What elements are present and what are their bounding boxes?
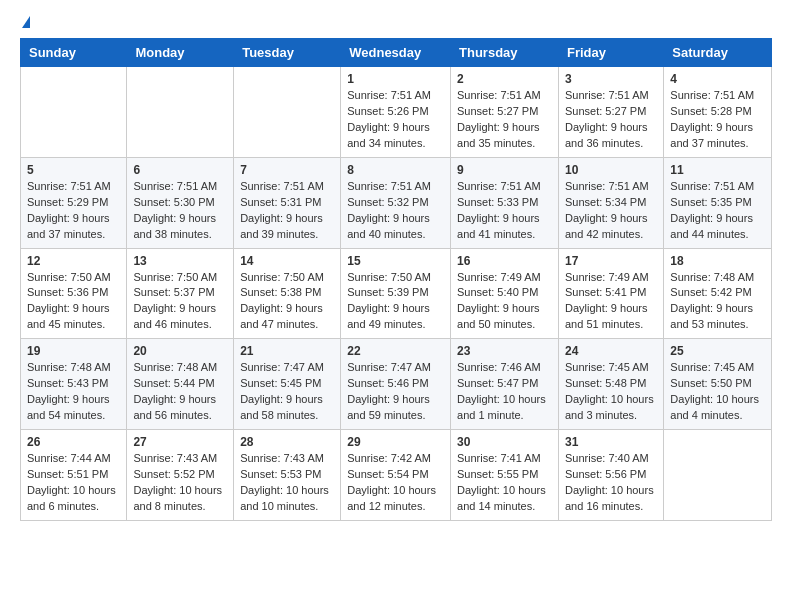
day-info: Sunrise: 7:51 AM Sunset: 5:30 PM Dayligh… xyxy=(133,179,227,243)
day-info: Sunrise: 7:48 AM Sunset: 5:42 PM Dayligh… xyxy=(670,270,765,334)
calendar-day-header: Sunday xyxy=(21,39,127,67)
calendar-cell: 6Sunrise: 7:51 AM Sunset: 5:30 PM Daylig… xyxy=(127,157,234,248)
calendar-day-header: Tuesday xyxy=(234,39,341,67)
day-info: Sunrise: 7:50 AM Sunset: 5:38 PM Dayligh… xyxy=(240,270,334,334)
calendar-cell: 23Sunrise: 7:46 AM Sunset: 5:47 PM Dayli… xyxy=(451,339,559,430)
calendar-cell: 3Sunrise: 7:51 AM Sunset: 5:27 PM Daylig… xyxy=(558,67,663,158)
day-info: Sunrise: 7:50 AM Sunset: 5:39 PM Dayligh… xyxy=(347,270,444,334)
day-number: 8 xyxy=(347,163,444,177)
day-info: Sunrise: 7:51 AM Sunset: 5:32 PM Dayligh… xyxy=(347,179,444,243)
day-info: Sunrise: 7:51 AM Sunset: 5:35 PM Dayligh… xyxy=(670,179,765,243)
calendar-cell: 27Sunrise: 7:43 AM Sunset: 5:52 PM Dayli… xyxy=(127,430,234,521)
day-number: 24 xyxy=(565,344,657,358)
day-info: Sunrise: 7:48 AM Sunset: 5:44 PM Dayligh… xyxy=(133,360,227,424)
calendar-cell: 17Sunrise: 7:49 AM Sunset: 5:41 PM Dayli… xyxy=(558,248,663,339)
calendar-week-row: 26Sunrise: 7:44 AM Sunset: 5:51 PM Dayli… xyxy=(21,430,772,521)
day-info: Sunrise: 7:51 AM Sunset: 5:26 PM Dayligh… xyxy=(347,88,444,152)
day-info: Sunrise: 7:51 AM Sunset: 5:28 PM Dayligh… xyxy=(670,88,765,152)
day-number: 5 xyxy=(27,163,120,177)
day-number: 18 xyxy=(670,254,765,268)
calendar-header-row: SundayMondayTuesdayWednesdayThursdayFrid… xyxy=(21,39,772,67)
calendar-cell: 30Sunrise: 7:41 AM Sunset: 5:55 PM Dayli… xyxy=(451,430,559,521)
calendar-cell: 15Sunrise: 7:50 AM Sunset: 5:39 PM Dayli… xyxy=(341,248,451,339)
day-number: 12 xyxy=(27,254,120,268)
calendar-cell: 8Sunrise: 7:51 AM Sunset: 5:32 PM Daylig… xyxy=(341,157,451,248)
day-info: Sunrise: 7:41 AM Sunset: 5:55 PM Dayligh… xyxy=(457,451,552,515)
calendar-day-header: Wednesday xyxy=(341,39,451,67)
calendar-cell: 4Sunrise: 7:51 AM Sunset: 5:28 PM Daylig… xyxy=(664,67,772,158)
day-info: Sunrise: 7:42 AM Sunset: 5:54 PM Dayligh… xyxy=(347,451,444,515)
calendar-cell: 10Sunrise: 7:51 AM Sunset: 5:34 PM Dayli… xyxy=(558,157,663,248)
day-number: 19 xyxy=(27,344,120,358)
day-info: Sunrise: 7:47 AM Sunset: 5:46 PM Dayligh… xyxy=(347,360,444,424)
calendar-day-header: Friday xyxy=(558,39,663,67)
calendar-table: SundayMondayTuesdayWednesdayThursdayFrid… xyxy=(20,38,772,521)
day-number: 17 xyxy=(565,254,657,268)
calendar-cell: 29Sunrise: 7:42 AM Sunset: 5:54 PM Dayli… xyxy=(341,430,451,521)
calendar-cell: 14Sunrise: 7:50 AM Sunset: 5:38 PM Dayli… xyxy=(234,248,341,339)
day-info: Sunrise: 7:51 AM Sunset: 5:34 PM Dayligh… xyxy=(565,179,657,243)
day-info: Sunrise: 7:43 AM Sunset: 5:52 PM Dayligh… xyxy=(133,451,227,515)
day-number: 28 xyxy=(240,435,334,449)
day-info: Sunrise: 7:50 AM Sunset: 5:36 PM Dayligh… xyxy=(27,270,120,334)
day-number: 15 xyxy=(347,254,444,268)
day-number: 21 xyxy=(240,344,334,358)
header xyxy=(20,16,772,28)
day-number: 7 xyxy=(240,163,334,177)
calendar-cell xyxy=(234,67,341,158)
day-number: 31 xyxy=(565,435,657,449)
day-info: Sunrise: 7:43 AM Sunset: 5:53 PM Dayligh… xyxy=(240,451,334,515)
calendar-cell: 21Sunrise: 7:47 AM Sunset: 5:45 PM Dayli… xyxy=(234,339,341,430)
calendar-cell: 2Sunrise: 7:51 AM Sunset: 5:27 PM Daylig… xyxy=(451,67,559,158)
calendar-cell: 1Sunrise: 7:51 AM Sunset: 5:26 PM Daylig… xyxy=(341,67,451,158)
day-info: Sunrise: 7:45 AM Sunset: 5:48 PM Dayligh… xyxy=(565,360,657,424)
day-number: 16 xyxy=(457,254,552,268)
calendar-cell xyxy=(127,67,234,158)
calendar-cell: 22Sunrise: 7:47 AM Sunset: 5:46 PM Dayli… xyxy=(341,339,451,430)
calendar-cell: 18Sunrise: 7:48 AM Sunset: 5:42 PM Dayli… xyxy=(664,248,772,339)
day-info: Sunrise: 7:45 AM Sunset: 5:50 PM Dayligh… xyxy=(670,360,765,424)
day-number: 4 xyxy=(670,72,765,86)
calendar-cell: 11Sunrise: 7:51 AM Sunset: 5:35 PM Dayli… xyxy=(664,157,772,248)
day-number: 11 xyxy=(670,163,765,177)
day-info: Sunrise: 7:51 AM Sunset: 5:27 PM Dayligh… xyxy=(565,88,657,152)
calendar-cell: 20Sunrise: 7:48 AM Sunset: 5:44 PM Dayli… xyxy=(127,339,234,430)
day-info: Sunrise: 7:50 AM Sunset: 5:37 PM Dayligh… xyxy=(133,270,227,334)
day-number: 14 xyxy=(240,254,334,268)
calendar-cell: 5Sunrise: 7:51 AM Sunset: 5:29 PM Daylig… xyxy=(21,157,127,248)
day-info: Sunrise: 7:49 AM Sunset: 5:40 PM Dayligh… xyxy=(457,270,552,334)
day-number: 25 xyxy=(670,344,765,358)
calendar-week-row: 1Sunrise: 7:51 AM Sunset: 5:26 PM Daylig… xyxy=(21,67,772,158)
day-info: Sunrise: 7:51 AM Sunset: 5:31 PM Dayligh… xyxy=(240,179,334,243)
page: SundayMondayTuesdayWednesdayThursdayFrid… xyxy=(0,0,792,537)
calendar-cell: 28Sunrise: 7:43 AM Sunset: 5:53 PM Dayli… xyxy=(234,430,341,521)
logo-icon xyxy=(22,16,30,28)
day-info: Sunrise: 7:47 AM Sunset: 5:45 PM Dayligh… xyxy=(240,360,334,424)
day-number: 26 xyxy=(27,435,120,449)
day-number: 23 xyxy=(457,344,552,358)
calendar-cell: 24Sunrise: 7:45 AM Sunset: 5:48 PM Dayli… xyxy=(558,339,663,430)
calendar-cell xyxy=(21,67,127,158)
calendar-cell: 16Sunrise: 7:49 AM Sunset: 5:40 PM Dayli… xyxy=(451,248,559,339)
calendar-cell: 9Sunrise: 7:51 AM Sunset: 5:33 PM Daylig… xyxy=(451,157,559,248)
day-info: Sunrise: 7:46 AM Sunset: 5:47 PM Dayligh… xyxy=(457,360,552,424)
calendar-cell: 12Sunrise: 7:50 AM Sunset: 5:36 PM Dayli… xyxy=(21,248,127,339)
calendar-day-header: Saturday xyxy=(664,39,772,67)
calendar-day-header: Monday xyxy=(127,39,234,67)
day-number: 10 xyxy=(565,163,657,177)
day-info: Sunrise: 7:44 AM Sunset: 5:51 PM Dayligh… xyxy=(27,451,120,515)
day-number: 27 xyxy=(133,435,227,449)
day-info: Sunrise: 7:49 AM Sunset: 5:41 PM Dayligh… xyxy=(565,270,657,334)
day-number: 29 xyxy=(347,435,444,449)
day-number: 1 xyxy=(347,72,444,86)
day-number: 3 xyxy=(565,72,657,86)
calendar-cell: 25Sunrise: 7:45 AM Sunset: 5:50 PM Dayli… xyxy=(664,339,772,430)
calendar-week-row: 12Sunrise: 7:50 AM Sunset: 5:36 PM Dayli… xyxy=(21,248,772,339)
calendar-cell: 7Sunrise: 7:51 AM Sunset: 5:31 PM Daylig… xyxy=(234,157,341,248)
day-number: 13 xyxy=(133,254,227,268)
day-info: Sunrise: 7:51 AM Sunset: 5:29 PM Dayligh… xyxy=(27,179,120,243)
day-info: Sunrise: 7:51 AM Sunset: 5:33 PM Dayligh… xyxy=(457,179,552,243)
day-number: 30 xyxy=(457,435,552,449)
calendar-cell: 26Sunrise: 7:44 AM Sunset: 5:51 PM Dayli… xyxy=(21,430,127,521)
calendar-cell: 19Sunrise: 7:48 AM Sunset: 5:43 PM Dayli… xyxy=(21,339,127,430)
